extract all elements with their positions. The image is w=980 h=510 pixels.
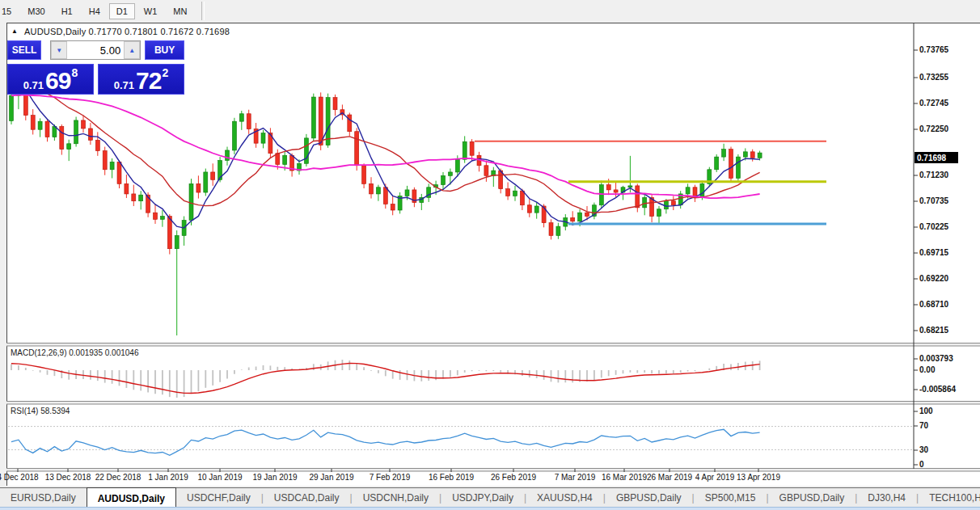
date-axis-label: 19 Jan 2019 xyxy=(252,473,297,482)
bid-prefix: 0.71 xyxy=(23,79,44,91)
tab-usdcnh-daily[interactable]: USDCNH,Daily xyxy=(353,489,439,507)
bid-pipette: 8 xyxy=(71,61,78,85)
price-axis-label: 0.68710 xyxy=(919,300,948,309)
timeframe-button-h1[interactable]: H1 xyxy=(54,3,80,19)
timeframe-button-mn[interactable]: MN xyxy=(166,3,194,19)
timeframe-button-d1[interactable]: D1 xyxy=(109,3,135,19)
rsi-indicator-label: RSI(14) 58.5394 xyxy=(11,407,70,415)
indicator-axis-label: 100 xyxy=(919,407,933,415)
tab-usdchf-daily[interactable]: USDCHF,Daily xyxy=(176,489,261,507)
macd-indicator-label: MACD(12,26,9) 0.001935 0.001046 xyxy=(11,348,138,357)
price-axis-label: 0.73255 xyxy=(919,73,948,82)
bid-big-digits: 69 xyxy=(45,70,70,91)
price-axis-label: 0.68215 xyxy=(919,326,948,335)
timeframe-button-15[interactable]: 15 xyxy=(1,3,19,19)
one-click-trade-panel: SELL ▼ 5.00 ▲ BUY 0.71698 0.71722 xyxy=(7,40,184,95)
indicator-axis-label: 0 xyxy=(919,460,924,469)
bid-quote[interactable]: 0.71698 xyxy=(7,64,94,95)
date-axis-label: 16 Mar 2019 xyxy=(602,473,647,482)
current-price-tag: 0.71698 xyxy=(915,152,958,163)
date-axis-label: 4 Dec 2018 xyxy=(0,473,39,482)
volume-up-button[interactable]: ▲ xyxy=(124,41,140,59)
ask-big-digits: 72 xyxy=(136,70,161,91)
tab-usdjpy-daily[interactable]: USDJPY,Daily xyxy=(441,489,524,507)
price-axis-label: 0.69220 xyxy=(919,274,948,283)
date-axis-label: 16 Feb 2019 xyxy=(429,473,474,482)
volume-down-button[interactable]: ▼ xyxy=(51,41,67,59)
price-axis-label: 0.73765 xyxy=(919,45,948,54)
tab-audusd-daily[interactable]: AUDUSD,Daily xyxy=(87,487,176,508)
indicator-axis-label: 70 xyxy=(919,421,928,430)
mt4-workspace: { "toolbar": { "timeframes": [ {"label":… xyxy=(0,0,980,510)
price-axis-label: 0.72745 xyxy=(919,99,948,107)
ask-quote[interactable]: 0.71722 xyxy=(98,64,184,95)
price-axis-label: 0.71230 xyxy=(919,171,948,179)
volume-stepper: ▼ 5.00 ▲ xyxy=(50,40,141,60)
tab-eurusd-daily[interactable]: EURUSD,Daily xyxy=(0,489,87,507)
indicator-axis-label: 30 xyxy=(919,445,928,454)
chart-tab-bar: EURUSD,DailyAUDUSD,DailyUSDCHF,Daily|USD… xyxy=(0,487,980,508)
tab-tech100-h1[interactable]: TECH100,H1 xyxy=(919,489,980,507)
tab-dj30-h4[interactable]: DJ30,H4 xyxy=(857,489,916,507)
indicator-axis-label: 0.00 xyxy=(919,365,935,374)
volume-field[interactable]: 5.00 xyxy=(67,41,124,59)
date-axis-label: 7 Feb 2019 xyxy=(370,473,411,482)
chart-title: AUDUSD,Daily 0.71770 0.71801 0.71672 0.7… xyxy=(24,27,230,36)
buy-button[interactable]: BUY xyxy=(145,40,184,60)
date-axis-label: 13 Dec 2018 xyxy=(45,473,91,482)
timeframe-button-w1[interactable]: W1 xyxy=(137,3,165,19)
price-axis-label: 0.70735 xyxy=(919,196,948,205)
date-axis-label: 22 Dec 2018 xyxy=(95,473,142,482)
indicator-axis-label: -0.005864 xyxy=(919,385,956,394)
date-axis-label: 1 Jan 2019 xyxy=(148,473,188,482)
date-axis-label: 29 Jan 2019 xyxy=(309,473,353,482)
tab-usdcad-daily[interactable]: USDCAD,Daily xyxy=(264,489,350,507)
ask-prefix: 0.71 xyxy=(114,79,134,91)
status-strip xyxy=(0,507,980,510)
price-axis-label: 0.70225 xyxy=(919,222,948,231)
date-axis-label: 10 Jan 2019 xyxy=(197,473,242,482)
timeframe-button-m30[interactable]: M30 xyxy=(20,3,52,19)
tab-xauusd-h4[interactable]: XAUUSD,H4 xyxy=(526,489,603,507)
timeframe-buttons: 15M30H1H4D1W1MN xyxy=(0,3,195,19)
toolbar-separator xyxy=(201,2,205,20)
timeframe-button-h4[interactable]: H4 xyxy=(82,3,108,19)
tab-sp500-m15[interactable]: SP500,M15 xyxy=(695,489,767,507)
date-axis-label: 7 Mar 2019 xyxy=(555,473,596,482)
date-axis-label: 26 Feb 2019 xyxy=(491,473,536,482)
indicator-axis-label: 0.003793 xyxy=(919,354,953,363)
timeframe-toolbar: 15M30H1H4D1W1MN xyxy=(0,0,980,22)
date-axis-label: 13 Apr 2019 xyxy=(737,473,780,482)
price-axis-label: 0.69715 xyxy=(919,248,948,257)
tab-gbpusd-daily[interactable]: GBPUSD,Daily xyxy=(769,489,855,507)
ask-pipette: 2 xyxy=(162,61,168,85)
price-axis-label: 0.72250 xyxy=(919,124,948,133)
sell-button[interactable]: SELL xyxy=(7,40,41,60)
date-axis-label: 26 Mar 2019 xyxy=(647,473,692,482)
collapse-panel-icon[interactable]: ▲ xyxy=(11,27,18,35)
tab-gbpusd-daily[interactable]: GBPUSD,Daily xyxy=(606,489,692,507)
date-axis-label: 4 Apr 2019 xyxy=(695,473,734,482)
chart-tabs: EURUSD,DailyAUDUSD,DailyUSDCHF,Daily|USD… xyxy=(0,488,980,508)
